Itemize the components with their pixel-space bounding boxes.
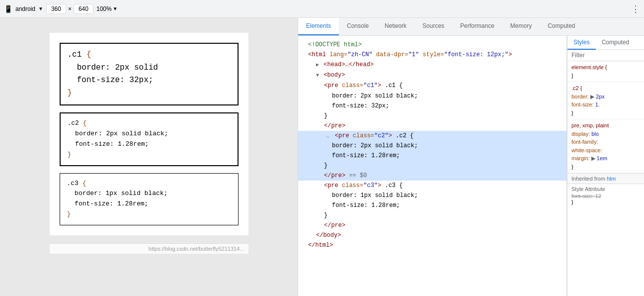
tab-styles[interactable]: Styles <box>567 36 596 50</box>
head-tag: <head>…</head> <box>323 61 374 68</box>
dom-pre-c1-open[interactable]: <pre class="c1"> .c1 { <box>298 81 566 91</box>
url-bar: https://blog.csdn.net/butterfly5211314..… <box>50 243 248 254</box>
pre-display-prop: display: <box>571 131 591 137</box>
font-size-strikethrough-line: font-size: 12 <box>571 193 640 199</box>
c2-close-line: } <box>571 109 640 117</box>
tab-memory[interactable]: Memory <box>502 18 540 35</box>
tab-console[interactable]: Console <box>339 18 377 35</box>
devtools-panel: Elements Console Network Sources Perform… <box>298 18 644 296</box>
pre-c1-close-bracket: > <box>378 82 381 89</box>
tab-elements[interactable]: Elements <box>298 18 339 35</box>
pre-margin-arrow: ▶ <box>591 155 595 161</box>
devtools-body: <!DOCTYPE html> <html lang="zh-CN" data-… <box>298 36 644 296</box>
dom-pre-c1-font[interactable]: font-size: 32px; <box>298 101 566 111</box>
body-triangle: ▼ <box>316 73 319 78</box>
tab-performance[interactable]: Performance <box>452 18 502 35</box>
tab-network[interactable]: Network <box>377 18 414 35</box>
dom-pre-c3-open[interactable]: <pre class="c3"> .c3 { <box>298 181 566 191</box>
pre-family-prop: font-family: <box>571 139 598 145</box>
doctype-text: <!DOCTYPE html> <box>308 41 362 48</box>
pre-c2-text1: .c2 { <box>396 132 413 139</box>
tab-computed-panel[interactable]: Computed <box>596 36 635 50</box>
zoom-control[interactable]: 100% ▼ <box>96 5 118 12</box>
pre-rule-selector: pre, xmp, plaint <box>571 122 609 128</box>
dom-pre-c3-border[interactable]: border: 1px solid black; <box>298 191 566 200</box>
pre-c1-tag: <pre <box>324 82 342 89</box>
zoom-value: 100% <box>96 5 112 12</box>
filter-bar: Filter <box>567 50 644 61</box>
pre-c3-text1: .c3 { <box>385 182 402 189</box>
dom-pre-c2-font[interactable]: font-size: 1.28rem; <box>298 151 566 161</box>
c2-rule-selector: .c2 { <box>571 85 582 91</box>
dom-html-open[interactable]: <html lang="zh-CN" data-dpr="1" style="f… <box>298 50 566 60</box>
inherited-link[interactable]: htm <box>607 176 616 182</box>
dropdown-icon[interactable]: ▼ <box>38 6 43 11</box>
top-toolbar: 📱 android ▼ × 100% ▼ ⋮ <box>0 0 644 18</box>
c1-line4: } <box>68 87 231 100</box>
pre-c1-class-attr: class= <box>342 82 363 89</box>
style-attribute-section: Style Attribute font-size: 12 } <box>567 184 644 207</box>
c2-dots: … <box>324 132 331 139</box>
styles-computed-tabs: Styles Computed <box>567 36 644 50</box>
style-rule-pre: pre, xmp, plaint display: blo font-famil… <box>567 119 644 173</box>
dom-pre-c3-brace[interactable]: } <box>298 210 566 220</box>
dom-body-close[interactable]: </body> <box>298 230 566 240</box>
style-rule-c2: .c2 { border: ▶ 2px font-size: 1. } <box>567 82 644 119</box>
dom-head[interactable]: ▶ <head>…</head> <box>298 60 566 70</box>
pre-c3-tag: <pre <box>324 182 342 189</box>
pre-margin-prop: margin: <box>571 155 591 161</box>
pre-c3-class-attr: class= <box>342 182 363 189</box>
dimension-inputs: × <box>46 4 93 14</box>
dom-pre-c1-brace[interactable]: } <box>298 111 566 121</box>
dom-pre-c2-open[interactable]: … <pre class="c2"> .c2 { <box>298 131 566 141</box>
pre-c2-brace-text: } <box>324 162 327 169</box>
c1-line3: font-size: 32px; <box>68 74 231 87</box>
zoom-dropdown-icon[interactable]: ▼ <box>113 6 118 11</box>
preview-inner: .c1 { border: 2px solid font-size: 32px;… <box>50 33 248 235</box>
dom-pre-c1-border[interactable]: border: 2px solid black; <box>298 91 566 101</box>
pre-c2-class-val: "c2" <box>374 132 389 139</box>
tab-computed[interactable]: Computed <box>540 18 583 35</box>
more-options-button[interactable]: ⋮ <box>631 3 640 14</box>
dom-body-open[interactable]: ▼ <body> <box>298 70 566 81</box>
c2-border-line: border: ▶ 2px <box>571 93 640 101</box>
right-panel: Styles Computed Filter element.style { <box>567 36 644 296</box>
style-val: "font-size: 12px;" <box>444 51 509 58</box>
style-attr-close-line: } <box>571 199 640 205</box>
c2-font-prop: font-size: <box>571 101 595 107</box>
dom-html-close[interactable]: </html> <box>298 240 566 250</box>
dom-pre-c2-end[interactable]: </pre> == $0 <box>298 171 566 181</box>
c3-line1: .c3 { <box>67 179 231 189</box>
preview-box-c3: .c3 { border: 1px solid black; font-size… <box>60 173 239 225</box>
c2-border-arrow: ▶ <box>590 94 594 99</box>
width-input[interactable] <box>46 4 66 14</box>
pre-c3-close-bracket: > <box>378 182 381 189</box>
pre-close-line: } <box>571 163 640 171</box>
tab-sources[interactable]: Sources <box>414 18 452 35</box>
preview-box-c2: .c2 { border: 2px solid black; font-size… <box>60 112 239 166</box>
pre-ws-prop: white-space: <box>571 147 602 153</box>
element-style-open: element.style { <box>571 63 640 72</box>
c2-selector-line: .c2 { <box>571 84 640 93</box>
dpr-attr: data-dpr= <box>376 51 408 58</box>
dom-pre-c2-brace[interactable]: } <box>298 161 566 171</box>
dom-doctype[interactable]: <!DOCTYPE html> <box>298 40 566 50</box>
device-name[interactable]: android <box>15 5 35 12</box>
pre-c1-end-tag: </pre> <box>324 122 345 129</box>
dom-pre-c2-border[interactable]: border: 2px solid black; <box>298 141 566 151</box>
lang-val: "zh-CN" <box>347 51 372 58</box>
c2-font-val: 1. <box>595 101 600 107</box>
dom-pre-c3-end[interactable]: </pre> <box>298 220 566 230</box>
pre-c1-text1: .c1 { <box>385 82 402 89</box>
style-attribute-header: Style Attribute <box>571 186 640 192</box>
dom-pre-c3-font[interactable]: font-size: 1.28rem; <box>298 200 566 210</box>
devtools-tabs: Elements Console Network Sources Perform… <box>298 18 644 36</box>
html-close-tag: </html> <box>308 242 333 249</box>
pre-c2-border-text: border: 2px solid black; <box>332 142 418 149</box>
element-style-selector: element.style { <box>571 64 607 70</box>
height-input[interactable] <box>74 4 93 14</box>
pre-family-line: font-family: <box>571 138 640 146</box>
c2-line1: .c2 { <box>68 118 231 129</box>
dom-pre-c1-end[interactable]: </pre> <box>298 121 566 131</box>
pre-c2-font-text: font-size: 1.28rem; <box>332 152 400 159</box>
